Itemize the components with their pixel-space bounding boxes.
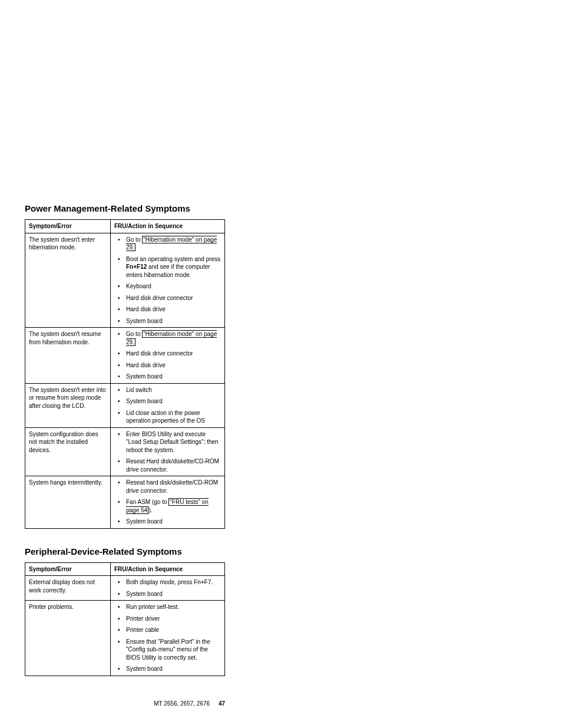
symptom-cell: External display does not work correctly… [25,576,111,601]
action-item: Ensure that "Parallel Port" in the "Conf… [121,638,221,662]
table-row: The system doesn't resume from hibernati… [25,328,225,384]
action-item: Go to "Hibernation mode" on page 29. [121,236,221,252]
action-item: Printer driver [121,615,221,623]
table-power-symptoms: Symptom/Error FRU/Action in Sequence The… [25,219,225,529]
symptom-cell: The system doesn't resume from hibernati… [25,328,111,384]
table-row: External display does not work correctly… [25,576,225,601]
page-footer: MT 2656, 2657, 2676 47 [25,700,225,707]
action-item: Hard disk drive connector [121,350,221,358]
action-item: Printer cable [121,626,221,634]
table-row: System hangs intermittently. Reseat hard… [25,476,225,529]
action-cell: Go to "Hibernation mode" on page 29. Boo… [111,233,225,328]
action-item: Reseat Hard disk/diskette/CD-ROM drive c… [121,457,221,473]
action-item: Fan ASM (go to "FRU tests" on page 54). [121,498,221,514]
symptom-cell: System configuration does not match the … [25,427,111,476]
page-number: 47 [219,700,225,707]
action-cell: Enter BIOS Utility and execute "Load Set… [111,427,225,476]
symptom-cell: The system doesn't enter into or resume … [25,383,111,427]
action-item: Run printer self-test. [121,603,221,611]
action-item: System board [121,590,221,598]
col-action: FRU/Action in Sequence [111,562,225,576]
footer-text: MT 2656, 2657, 2676 [154,700,210,707]
action-cell: Both display mode, press Fn+F7. System b… [111,576,225,601]
action-text: Boot an operating system and press [126,256,220,262]
col-action: FRU/Action in Sequence [111,220,225,233]
action-cell: Reseat hard disk/diskette/CD-ROM drive c… [111,476,225,529]
table-row: The system doesn't enter into or resume … [25,383,225,427]
action-item: Go to "Hibernation mode" on page 29. [121,330,221,346]
action-cell: Run printer self-test. Printer driver Pr… [111,601,225,676]
action-item: Reseat hard disk/diskette/CD-ROM drive c… [121,479,221,495]
key-combo: Fn+F12 [126,263,147,270]
action-item: Keyboard [121,282,221,291]
action-item: Boot an operating system and press Fn+F1… [121,255,221,279]
col-symptom: Symptom/Error [25,562,111,576]
action-item: Lid close action in the power operation … [121,409,221,425]
action-item: Enter BIOS Utility and execute "Load Set… [121,430,221,454]
table-row: Printer problems. Run printer self-test.… [25,601,225,676]
section-heading-power: Power Management-Related Symptoms [25,203,225,213]
section-heading-peripheral: Peripheral-Device-Related Symptoms [25,546,225,556]
symptom-cell: System hangs intermittently. [25,476,111,529]
action-item: Lid switch [121,386,221,394]
symptom-cell: The system doesn't enter hibernation mod… [25,233,111,328]
action-item: Both display mode, press Fn+F7. [121,578,221,587]
action-cell: Go to "Hibernation mode" on page 29. Har… [111,328,225,384]
action-text: Go to [126,236,142,243]
table-peripheral-symptoms: Symptom/Error FRU/Action in Sequence Ext… [25,562,225,676]
symptom-cell: Printer problems. [25,601,111,676]
table-header-row: Symptom/Error FRU/Action in Sequence [25,562,225,576]
action-item: System board [121,518,221,526]
action-item: System board [121,373,221,381]
action-text: Fan ASM (go to [126,499,168,505]
table-header-row: Symptom/Error FRU/Action in Sequence [25,220,225,233]
action-item: Hard disk drive connector [121,294,221,302]
action-cell: Lid switch System board Lid close action… [111,383,225,427]
action-item: Hard disk drive [121,361,221,370]
action-text: Go to [126,331,142,337]
col-symptom: Symptom/Error [25,220,111,233]
table-row: The system doesn't enter hibernation mod… [25,233,225,328]
action-text: ). [148,507,152,513]
action-item: Hard disk drive [121,305,221,314]
action-item: System board [121,397,221,406]
table-row: System configuration does not match the … [25,427,225,476]
action-item: System board [121,665,221,673]
action-item: System board [121,317,221,325]
